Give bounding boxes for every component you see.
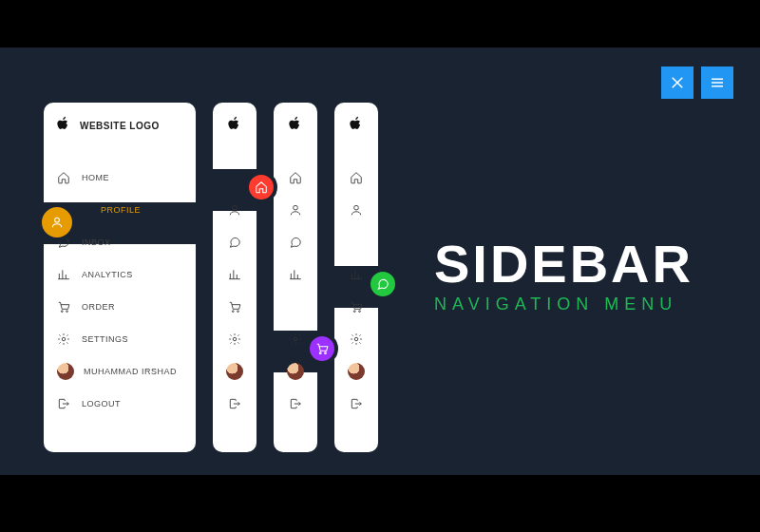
sidebar-item-order[interactable]: ORDER bbox=[44, 291, 196, 323]
chat-icon bbox=[289, 236, 302, 249]
logout-icon bbox=[289, 397, 302, 410]
avatar bbox=[287, 363, 304, 380]
sidebar-item-settings[interactable] bbox=[334, 323, 378, 355]
sidebar-mini-2 bbox=[274, 103, 317, 452]
brand-row[interactable] bbox=[213, 103, 256, 144]
apple-logo-icon bbox=[57, 116, 70, 135]
sidebar-item-label: HOME bbox=[82, 173, 109, 182]
home-icon bbox=[57, 171, 70, 184]
close-button[interactable] bbox=[661, 66, 694, 99]
hamburger-icon bbox=[709, 74, 726, 91]
nav-list: HOME PROFILE INBOX ANALYTICS ORDER SETTI… bbox=[44, 162, 196, 420]
sidebar-item-label: INBOX bbox=[82, 238, 111, 247]
analytics-icon bbox=[289, 268, 302, 281]
avatar bbox=[226, 363, 243, 380]
menu-button[interactable] bbox=[701, 66, 733, 99]
analytics-icon bbox=[228, 268, 241, 281]
sidebar-item-logout[interactable]: LOGOUT bbox=[44, 388, 196, 420]
sidebar-expanded: WEBSITE LOGO HOME PROFILE INBOX ANALYTIC… bbox=[44, 103, 196, 452]
sidebar-item-analytics[interactable] bbox=[213, 258, 256, 291]
chat-icon bbox=[228, 236, 241, 249]
logout-icon bbox=[350, 397, 363, 410]
sidebar-item-user[interactable] bbox=[334, 355, 378, 388]
brand-row[interactable] bbox=[274, 103, 317, 144]
active-bubble[interactable] bbox=[306, 332, 338, 365]
brand-row[interactable]: WEBSITE LOGO bbox=[44, 103, 196, 144]
gear-icon bbox=[228, 332, 241, 346]
svg-point-9 bbox=[325, 352, 327, 354]
svg-point-3 bbox=[62, 337, 66, 341]
svg-point-0 bbox=[55, 218, 60, 222]
cart-icon bbox=[315, 342, 329, 355]
avatar bbox=[348, 363, 365, 380]
sidebar-item-order[interactable] bbox=[213, 291, 256, 323]
avatar bbox=[57, 363, 74, 380]
svg-point-13 bbox=[353, 311, 355, 313]
sidebar-item-settings[interactable]: SETTINGS bbox=[44, 323, 196, 355]
svg-point-14 bbox=[359, 311, 361, 313]
sidebar-item-profile[interactable] bbox=[334, 194, 378, 226]
analytics-icon bbox=[57, 268, 70, 281]
svg-point-12 bbox=[354, 205, 359, 210]
apple-logo-icon bbox=[228, 116, 241, 135]
svg-point-1 bbox=[61, 311, 63, 313]
sidebar-item-label: SETTINGS bbox=[82, 334, 128, 344]
brand-text: WEBSITE LOGO bbox=[80, 121, 160, 131]
sidebar-item-home[interactable] bbox=[334, 162, 378, 194]
user-icon bbox=[289, 203, 302, 217]
svg-point-6 bbox=[238, 311, 239, 313]
cart-icon bbox=[350, 300, 363, 314]
sidebar-item-analytics[interactable]: ANALYTICS bbox=[44, 258, 196, 291]
hero-subtitle: NAVIGATION MENU bbox=[434, 294, 694, 314]
svg-point-15 bbox=[354, 337, 358, 341]
sidebar-mini-1 bbox=[213, 103, 256, 452]
sidebar-item-profile[interactable] bbox=[274, 194, 317, 226]
nav-list bbox=[213, 162, 256, 420]
sidebar-item-inbox[interactable] bbox=[213, 226, 256, 258]
svg-point-8 bbox=[319, 352, 321, 354]
sidebar-item-analytics[interactable] bbox=[274, 258, 317, 291]
user-icon bbox=[228, 203, 241, 217]
user-icon bbox=[50, 216, 64, 229]
sidebar-item-home[interactable]: HOME bbox=[44, 162, 196, 194]
sidebar-item-logout[interactable] bbox=[274, 388, 317, 420]
sidebar-item-settings[interactable] bbox=[213, 323, 256, 355]
home-icon bbox=[350, 171, 363, 184]
sidebar-item-user[interactable]: MUHAMMAD IRSHAD bbox=[44, 355, 196, 388]
svg-point-11 bbox=[294, 337, 297, 341]
analytics-icon bbox=[350, 268, 363, 281]
svg-point-7 bbox=[233, 337, 237, 341]
svg-point-10 bbox=[294, 205, 298, 210]
sidebar-item-logout[interactable] bbox=[213, 388, 256, 420]
svg-point-5 bbox=[232, 311, 234, 313]
gear-icon bbox=[350, 332, 363, 346]
logout-icon bbox=[228, 397, 241, 410]
nav-list bbox=[274, 162, 317, 420]
apple-logo-icon bbox=[289, 116, 302, 135]
active-bubble[interactable] bbox=[38, 203, 76, 241]
svg-point-2 bbox=[66, 311, 68, 313]
home-icon bbox=[255, 180, 268, 194]
sidebar-item-user[interactable] bbox=[213, 355, 256, 388]
apple-logo-icon bbox=[350, 116, 363, 135]
cart-icon bbox=[57, 300, 70, 314]
svg-point-4 bbox=[233, 205, 238, 210]
sidebar-item-label: LOGOUT bbox=[82, 399, 121, 408]
close-icon bbox=[669, 74, 686, 91]
gear-icon bbox=[289, 332, 302, 346]
active-bubble[interactable] bbox=[245, 171, 277, 203]
hero-title: SIDEBAR bbox=[434, 238, 694, 291]
sidebar-item-label: PROFILE bbox=[101, 205, 141, 215]
sidebar-item-inbox[interactable] bbox=[274, 226, 317, 258]
hero-text: SIDEBAR NAVIGATION MENU bbox=[434, 238, 694, 314]
chat-icon bbox=[376, 277, 390, 291]
active-bubble[interactable] bbox=[367, 268, 399, 300]
user-icon bbox=[350, 203, 363, 217]
sidebar-item-logout[interactable] bbox=[334, 388, 378, 420]
sidebar-item-home[interactable] bbox=[274, 162, 317, 194]
logout-icon bbox=[57, 397, 70, 410]
brand-row[interactable] bbox=[334, 103, 378, 144]
sidebar-mini-3 bbox=[334, 103, 378, 452]
top-buttons bbox=[661, 66, 733, 99]
home-icon bbox=[289, 171, 302, 184]
